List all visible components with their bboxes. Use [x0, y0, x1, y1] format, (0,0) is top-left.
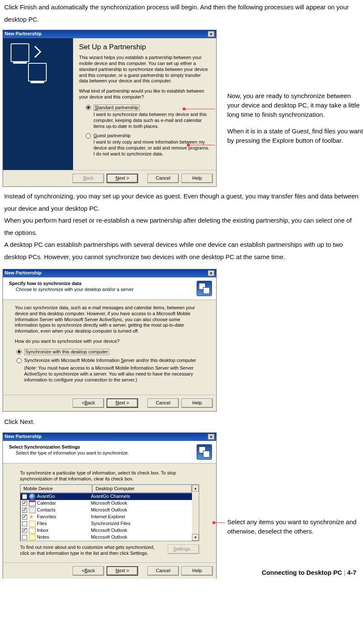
close-icon[interactable]: × — [208, 270, 214, 276]
titlebar: New Partnership × — [3, 433, 216, 441]
help-button[interactable]: Help — [181, 398, 213, 408]
settings-button[interactable]: Settings... — [168, 545, 199, 554]
sync-body2: How do you want to synchronize with your… — [15, 339, 204, 345]
sync-body1: You can synchronize data, such as e-mail… — [15, 305, 204, 334]
titlebar: New Partnership × — [3, 269, 216, 277]
back-button[interactable]: Back — [73, 174, 104, 183]
checkbox[interactable] — [22, 528, 27, 533]
leader-line — [215, 523, 225, 523]
globe-icon — [29, 494, 36, 500]
wizard-sidebar — [3, 38, 73, 170]
radio-sync-server[interactable]: Synchronize with Microsoft Mobile Inform… — [17, 358, 204, 364]
checkbox[interactable] — [22, 535, 27, 540]
radio-dot-icon — [17, 349, 22, 354]
item-name: Favorites — [37, 514, 56, 520]
dialog-title: New Partnership — [5, 31, 42, 37]
callout-guest-explore: When it is in a state of Guest, find fil… — [227, 127, 364, 145]
leader-line — [189, 145, 215, 145]
scrollbar[interactable]: ▴ ▾ — [192, 485, 199, 541]
scroll-up-icon[interactable]: ▴ — [192, 485, 199, 491]
sync-note: (Note: You must have access to a Microso… — [24, 365, 204, 383]
cancel-button[interactable]: Cancel — [147, 174, 179, 183]
close-icon[interactable]: × — [208, 434, 214, 440]
callout-select-items: Select any items you want to synchronize… — [227, 517, 364, 536]
close-icon[interactable]: × — [208, 31, 214, 37]
sync-items-list[interactable]: Mobile Device Desktop Computer AvantGoAv… — [20, 484, 199, 541]
checkbox[interactable] — [22, 514, 27, 520]
wizard-subheading: Select the type of information you want … — [16, 450, 129, 456]
list-item[interactable]: InboxMicrosoft Outlook — [20, 527, 192, 534]
sync-icon — [197, 281, 212, 296]
footer-page-number: 4-7 — [347, 567, 356, 579]
radio-dot-icon — [86, 105, 91, 110]
radio-dot-icon — [17, 358, 22, 363]
item-desktop: Microsoft Outlook — [91, 507, 190, 513]
item-desktop: Microsoft Outlook — [91, 500, 190, 506]
checkbox[interactable] — [22, 508, 27, 513]
radio-sync-desktop[interactable]: Synchronize with this desktop computer — [17, 349, 204, 356]
sync-settings-intro: To synchronize a particular type of info… — [20, 470, 199, 482]
item-desktop: Internet Explorer — [91, 514, 190, 520]
paragraph-3: When you perform hard reset or re-establ… — [4, 215, 360, 239]
item-name: AvantGo — [37, 494, 55, 500]
checkbox[interactable] — [22, 501, 27, 506]
item-name: Files — [37, 521, 47, 527]
dialog-title: New Partnership — [5, 270, 42, 276]
item-name: Inbox — [37, 528, 48, 534]
cancel-button[interactable]: Cancel — [147, 398, 179, 408]
list-item[interactable]: AvantGoAvantGo Channels — [20, 493, 192, 500]
wizard-question: What kind of partnership would you like … — [79, 88, 211, 100]
star-icon: ★ — [29, 514, 36, 520]
help-button[interactable]: Help — [181, 174, 213, 183]
dialog-specify-sync: New Partnership × Specify how to synchro… — [3, 269, 217, 412]
item-desktop: Microsoft Outlook — [91, 528, 190, 534]
checkbox[interactable] — [22, 494, 27, 499]
calendar-icon — [29, 500, 36, 506]
titlebar: New Partnership × — [3, 30, 216, 38]
radio-guest-desc: I want to only copy and move information… — [93, 139, 211, 157]
dialog-sync-settings: New Partnership × Select Synchronization… — [3, 432, 217, 579]
radio-standard-desc: I want to synchronize data between my de… — [93, 112, 211, 129]
next-button[interactable]: Next > — [107, 398, 138, 408]
radio-standard-partnership[interactable]: Standard partnership — [86, 105, 211, 111]
scroll-down-icon[interactable]: ▾ — [192, 534, 199, 541]
col-mobile-device: Mobile Device — [20, 485, 93, 493]
item-name: Notes — [37, 534, 49, 540]
wizard-subheading: Choose to synchronize with your desktop … — [16, 287, 134, 293]
wizard-heading: Set Up a Partnership — [79, 42, 211, 51]
list-item[interactable]: ContactsMicrosoft Outlook — [20, 507, 192, 514]
checkbox[interactable] — [22, 521, 27, 526]
item-name: Calendar — [37, 500, 56, 506]
list-item[interactable]: ★FavoritesInternet Explorer — [20, 514, 192, 520]
wizard-heading: Specify how to synchronize data — [9, 281, 134, 287]
files-icon — [29, 521, 36, 527]
sync-icon — [197, 444, 212, 460]
footer-title: Connecting to Desktop PC — [262, 567, 342, 579]
settings-hint: To find out more about and to customize … — [20, 545, 163, 556]
item-desktop: Microsoft Outlook — [91, 534, 190, 540]
radio-dot-icon — [86, 133, 91, 138]
item-desktop: Synchronized Files — [91, 521, 190, 527]
wizard-heading: Select Synchronization Settings — [9, 444, 129, 450]
inbox-icon — [29, 528, 36, 534]
paragraph-2: Instead of synchronizing, you may set up… — [4, 190, 360, 215]
col-desktop-computer: Desktop Computer — [93, 485, 192, 493]
partnership-icon — [11, 43, 57, 82]
intro-paragraph: Click Finish and automatically the synch… — [0, 1, 364, 30]
page-footer: Connecting to Desktop PC | 4-7 — [0, 567, 364, 579]
list-item[interactable]: NotesMicrosoft Outlook — [20, 534, 192, 541]
list-item[interactable]: CalendarMicrosoft Outlook — [20, 500, 192, 507]
radio-guest-partnership[interactable]: Guest partnership — [86, 133, 211, 139]
list-header: Mobile Device Desktop Computer — [20, 485, 192, 493]
dialog-title: New Partnership — [5, 434, 42, 440]
paragraph-4: A desktop PC can establish partnerships … — [4, 239, 360, 263]
back-button[interactable]: < Back — [73, 398, 104, 408]
paragraph-5: Click Next. — [0, 412, 364, 432]
leader-line — [185, 109, 215, 109]
item-name: Contacts — [37, 507, 55, 513]
next-button[interactable]: Next > — [107, 174, 138, 183]
list-item[interactable]: FilesSynchronized Files — [20, 520, 192, 527]
wizard-intro: This wizard helps you establish a partne… — [79, 55, 211, 84]
contact-icon — [29, 507, 36, 513]
notes-icon — [29, 534, 36, 540]
